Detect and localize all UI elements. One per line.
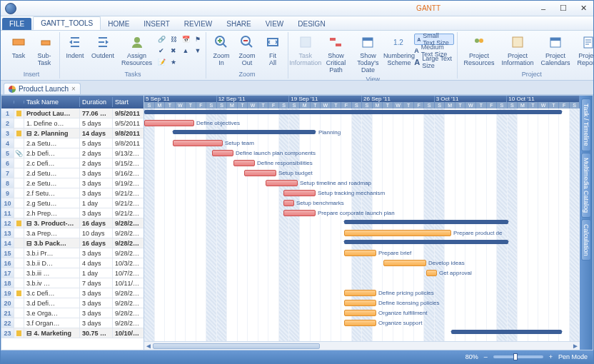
tab-file[interactable]: FILE: [2, 18, 31, 30]
calendar-icon[interactable]: 📅: [181, 34, 191, 44]
table-row[interactable]: 102.g Setu…1 day9/21/2011: [1, 198, 144, 208]
side-tab-task-timeline[interactable]: Task / Timeline: [581, 98, 591, 151]
gantt-bar[interactable]: Planning: [173, 130, 316, 134]
table-row[interactable]: 133.a Prep…10 days9/28/2011: [1, 228, 144, 238]
gantt-chart[interactable]: 5 Sep '1112 Sep '1119 Sep '1126 Sep '113…: [144, 96, 580, 350]
task-info-button[interactable]: TaskInformation: [291, 32, 319, 68]
table-row[interactable]: 62.c Defi…2 days9/15/2011: [1, 158, 144, 168]
zoom-plus[interactable]: +: [549, 353, 553, 360]
gantt-bar[interactable]: Organize support: [344, 320, 376, 326]
table-row[interactable]: 1Product Lau…77.06 days9/5/2011: [1, 108, 144, 118]
table-row[interactable]: 3⊟ 2. Planning14 days9/8/2011: [1, 128, 144, 138]
gantt-bar[interactable]: [344, 220, 508, 224]
scroll-thumb[interactable]: [153, 343, 320, 349]
numbering-scheme-button[interactable]: 1.2NumberingScheme: [386, 32, 413, 68]
scroll-left-icon[interactable]: ◄: [144, 342, 153, 350]
table-row[interactable]: 193.c Defi…3 days9/28/2011: [1, 288, 144, 298]
critical-path-button[interactable]: ShowCritical Path: [321, 32, 351, 75]
table-row[interactable]: 82.e Setu…3 days9/19/2011: [1, 178, 144, 188]
priority-icon[interactable]: ★: [168, 57, 178, 67]
table-row[interactable]: 223.f Organ…3 days9/28/2011: [1, 318, 144, 328]
zoom-minus[interactable]: –: [484, 353, 488, 360]
large-text-radio[interactable]: ALarge Text Size: [414, 56, 454, 68]
link-icon[interactable]: 🔗: [156, 34, 166, 44]
gantt-bar[interactable]: Setup team: [173, 140, 223, 146]
gantt-bar[interactable]: Setup budget: [244, 170, 276, 176]
gantt-bar[interactable]: [451, 330, 562, 334]
table-row[interactable]: 72.d Setu…3 days9/16/2011: [1, 168, 144, 178]
gantt-bar[interactable]: Prepare corporate launch plan: [283, 210, 316, 216]
unlink-icon[interactable]: ⛓: [168, 34, 178, 44]
complete-icon[interactable]: ✔: [156, 46, 166, 56]
gantt-bar[interactable]: Prepare brief: [344, 250, 376, 256]
subtask-button[interactable]: Sub-Task: [32, 32, 56, 68]
side-tab-calculation[interactable]: Calculation: [581, 219, 591, 261]
tab-share[interactable]: SHARE: [219, 18, 258, 30]
zoom-in-button[interactable]: ZoomIn: [209, 32, 233, 68]
table-row[interactable]: 14⊟ 3.b Pack…16 days9/28/2011: [1, 238, 144, 248]
maximize-button[interactable]: ☐: [553, 2, 573, 15]
pen-mode[interactable]: Pen Mode: [558, 353, 588, 360]
table-row[interactable]: 213.e Orga…3 days9/28/2011: [1, 308, 144, 318]
project-resources-button[interactable]: ProjectResources: [460, 32, 497, 68]
document-tab[interactable]: Product Launch ×: [4, 83, 81, 94]
tab-gantt_tools[interactable]: GANTT_TOOLS: [33, 16, 101, 30]
table-row[interactable]: 183.b.iv …7 days10/11/2011: [1, 278, 144, 288]
close-button[interactable]: ✕: [573, 2, 593, 15]
flag-icon[interactable]: ⚑: [193, 34, 203, 44]
side-tab-multimedia[interactable]: Multimedia Catalog: [581, 153, 591, 218]
zoom-out-button[interactable]: ZoomOut: [235, 32, 259, 68]
task-button[interactable]: Task: [6, 32, 31, 61]
table-row[interactable]: 21. Define o…5 days9/5/2011: [1, 118, 144, 128]
gantt-bar[interactable]: Organize fulfillment: [344, 310, 376, 316]
tab-review[interactable]: REVIEW: [177, 18, 219, 30]
tab-insert[interactable]: INSERT: [136, 18, 177, 30]
gantt-bar[interactable]: Define launch plan components: [212, 150, 233, 156]
note-icon: [16, 111, 21, 116]
show-today-button[interactable]: ShowToday's Date: [352, 32, 383, 75]
gantt-bar[interactable]: [144, 110, 562, 114]
table-row[interactable]: 112.h Prep…3 days9/21/2011: [1, 208, 144, 218]
tab-home[interactable]: HOME: [101, 18, 136, 30]
table-row[interactable]: 203.d Defi…3 days9/28/2011: [1, 298, 144, 308]
tab-view[interactable]: VIEW: [258, 18, 291, 30]
assign-resources-button[interactable]: AssignResources: [119, 32, 155, 68]
week-header: 5 Sep '11: [144, 96, 217, 102]
table-row[interactable]: 23⊟ 4. Marketing30.75 days10/10/2011: [1, 328, 144, 338]
note-icon[interactable]: 📝: [156, 57, 166, 67]
gantt-bar[interactable]: Setup timeline and roadmap: [266, 180, 298, 186]
minimize-button[interactable]: –: [533, 2, 553, 15]
outdent-button[interactable]: Outdent: [89, 32, 117, 61]
gantt-bar[interactable]: Define licensing policies: [344, 300, 376, 306]
bar-label: Define licensing policies: [378, 300, 439, 306]
zoom-slider[interactable]: [493, 355, 543, 358]
table-row[interactable]: 12⊟ 3. Product-…16 days9/28/2011: [1, 218, 144, 228]
gantt-bar[interactable]: Prepare product de: [344, 230, 451, 236]
table-row[interactable]: 5📎2.b Defi…2 days9/13/2011: [1, 148, 144, 158]
gantt-bar[interactable]: Get approval: [426, 270, 437, 276]
gantt-bar[interactable]: Define responsibilities: [233, 160, 255, 166]
fit-all-button[interactable]: FitAll: [261, 32, 285, 68]
project-reports-button[interactable]: ProjectReports: [574, 32, 594, 68]
table-row[interactable]: 173.b.iii …1 day10/7/2011: [1, 268, 144, 278]
move-up-icon[interactable]: ▲: [181, 46, 191, 56]
table-row[interactable]: 163.b.ii D…4 days10/3/2011: [1, 258, 144, 268]
move-down-icon[interactable]: ▼: [193, 46, 203, 56]
table-row[interactable]: 92.f Setu…3 days9/21/2011: [1, 188, 144, 198]
table-row[interactable]: 42.a Setu…5 days9/8/2011: [1, 138, 144, 148]
indent-button[interactable]: Indent: [63, 32, 87, 61]
table-row[interactable]: 153.b.i Pr…3 days9/28/2011: [1, 248, 144, 258]
project-info-button[interactable]: ProjectInformation: [498, 32, 536, 68]
project-calendars-button[interactable]: ProjectCalendars: [538, 32, 573, 68]
gantt-bar[interactable]: Define objectives: [144, 120, 194, 126]
scroll-right-icon[interactable]: ►: [571, 342, 580, 350]
gantt-hscroll[interactable]: ◄ ►: [144, 341, 580, 350]
delete-icon[interactable]: ✖: [168, 46, 178, 56]
gantt-bar[interactable]: [344, 240, 508, 244]
tab-design[interactable]: DESIGN: [291, 18, 332, 30]
gantt-bar[interactable]: Define pricing policies: [344, 290, 376, 296]
doc-tab-close[interactable]: ×: [71, 85, 76, 93]
gantt-bar[interactable]: Develop ideas: [383, 260, 426, 266]
gantt-bar[interactable]: Setup tracking mechanism: [283, 190, 316, 196]
gantt-bar[interactable]: Setup benchmarks: [283, 200, 294, 206]
